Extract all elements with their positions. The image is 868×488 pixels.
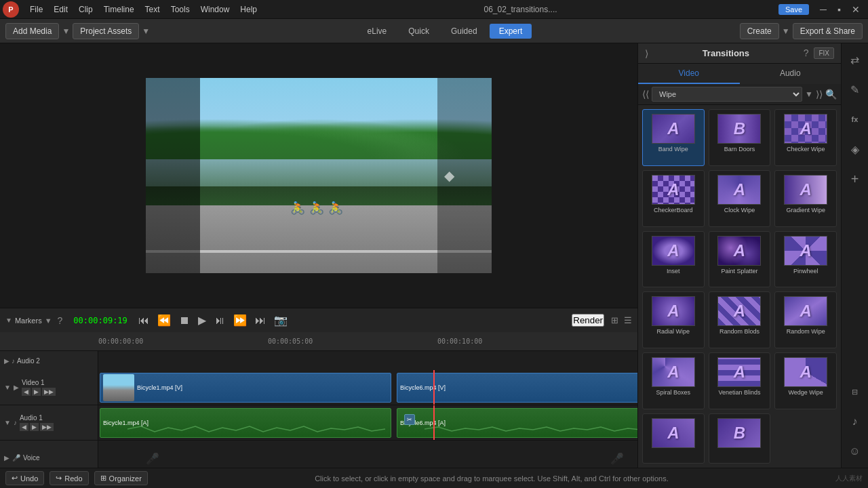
maximize-button[interactable]: ▪ (832, 3, 846, 16)
export-share-button[interactable]: Export & Share (793, 23, 863, 39)
transition-random-wipe[interactable]: A Random Wipe (774, 291, 837, 348)
preview-area: 🚴🚴🚴 ◆ (0, 43, 637, 308)
edit-side-icon[interactable]: ✎ (844, 79, 866, 100)
markers-arrow[interactable]: ▼ (45, 317, 52, 325)
filter-prev-icon[interactable]: ⟨⟨ (642, 89, 649, 100)
menu-help[interactable]: Help (235, 2, 262, 17)
expert-button[interactable]: Expert (490, 24, 532, 39)
left-overlay (146, 78, 200, 273)
video1-next-btn[interactable]: ▶▶ (42, 388, 56, 396)
goto-end-button[interactable]: ⏭ (252, 313, 269, 328)
video1-track-content[interactable]: Bicycle1.mp4 [V] Bicycle6.mp4 [V] (98, 370, 637, 405)
next-frame-button[interactable]: ⏩ (231, 312, 250, 328)
side-icons-panel: ⇄ ✎ fx ◈ + ⊟ ♪ ☺ (841, 43, 868, 468)
audio1-track-row: ▼ ♪ Audio 1 ◀ ▶ ▶▶ (0, 405, 637, 441)
audio1-clip1[interactable]: Bicycle1.mp4 [A] (100, 408, 391, 438)
audio1-play-btn[interactable]: ▶ (30, 423, 39, 431)
emoji-icon[interactable]: ☺ (844, 441, 866, 462)
transition-random-blods[interactable]: A Random Blods (709, 291, 771, 348)
transition-inset[interactable]: A Inset (642, 231, 705, 288)
guided-button[interactable]: Guided (441, 24, 487, 39)
split-marker: ✂ (404, 414, 415, 425)
screenshot-button[interactable]: 📷 (271, 312, 290, 328)
audio1-next-btn[interactable]: ▶▶ (40, 423, 54, 431)
arrows-side-icon[interactable]: ⇄ (844, 49, 866, 70)
render-options-icon[interactable]: ⊞ (611, 315, 618, 325)
add-side-icon[interactable]: + (844, 168, 866, 190)
menu-file[interactable]: File (24, 2, 48, 17)
search-transitions-icon[interactable]: 🔍 (825, 89, 837, 100)
music-note-icon[interactable]: ♪ (844, 411, 866, 432)
help-icon[interactable]: ? (58, 315, 63, 326)
tab-video[interactable]: Video (638, 64, 740, 84)
collapse-panel-icon[interactable]: ⟩ (645, 48, 648, 59)
close-button[interactable]: ✕ (846, 3, 865, 16)
prev-frame-button[interactable]: ⏪ (155, 312, 174, 328)
play-pause-button[interactable]: ⏯ (212, 313, 228, 328)
menu-edit[interactable]: Edit (48, 2, 73, 17)
transition-paint-splatter[interactable]: A Paint Splatter (709, 231, 771, 288)
transition-band-wipe[interactable]: A Band Wipe (642, 109, 705, 166)
video1-prev-btn[interactable]: ◀ (22, 388, 31, 396)
markers-label[interactable]: Markers (15, 317, 42, 325)
voice-expand-icon[interactable]: ▶ (4, 454, 9, 462)
menu-clip[interactable]: Clip (73, 2, 98, 17)
audio2-expand-icon[interactable]: ▶ (4, 357, 9, 365)
transition-gradient-wipe[interactable]: A Gradient Wipe (774, 170, 837, 227)
filter-dropdown-icon[interactable]: ▼ (805, 89, 813, 99)
transition-more2[interactable]: B (709, 413, 771, 464)
elive-button[interactable]: eLive (358, 24, 397, 39)
tab-audio[interactable]: Audio (740, 64, 842, 84)
transition-venetian-blinds[interactable]: A Venetian Blinds (709, 352, 771, 409)
video1-play-btn[interactable]: ▶ (32, 388, 41, 396)
voice-empty-left: 🎤 (146, 451, 159, 464)
organizer-button[interactable]: ⊞ Organizer (94, 471, 148, 485)
video1-clip1[interactable]: Bicycle1.mp4 [V] (100, 373, 391, 403)
menu-tools[interactable]: Tools (165, 2, 195, 17)
minimize-button[interactable]: ─ (814, 3, 832, 16)
audio2-track-content[interactable] (98, 351, 637, 370)
save-button[interactable]: Save (778, 4, 809, 15)
window-title: 06_02_transitions.... (262, 5, 778, 14)
filter-select[interactable]: Wipe (652, 87, 802, 102)
voice-track-content[interactable]: 🎤 🎤 (98, 441, 637, 468)
help-transitions-icon[interactable]: ? (804, 47, 809, 59)
quick-button[interactable]: Quick (399, 24, 439, 39)
render-button[interactable]: Render (572, 314, 604, 327)
left-panel: 🚴🚴🚴 ◆ ▼ Markers ▼ ? 00:00:09:19 ⏮ ⏪ ⏹ ▶ … (0, 43, 637, 468)
stop-button[interactable]: ⏹ (176, 313, 193, 328)
transition-indicator: ◆ (444, 167, 454, 184)
fix-button[interactable]: FIX (814, 47, 834, 59)
transition-checker-board[interactable]: A CheckerBoard (642, 170, 705, 227)
menu-text[interactable]: Text (140, 2, 165, 17)
timeline-settings-icon[interactable]: ☰ (624, 315, 632, 325)
menu-window[interactable]: Window (195, 2, 235, 17)
color-side-icon[interactable]: ◈ (844, 138, 866, 160)
video1-expand-icon[interactable]: ▼ (4, 384, 11, 391)
redo-button[interactable]: ↪ Redo (50, 471, 88, 485)
goto-start-button[interactable]: ⏮ (136, 313, 152, 328)
video1-clip1-label: Bicycle1.mp4 [V] (137, 384, 182, 391)
create-button[interactable]: Create (740, 23, 779, 39)
filter-next-icon[interactable]: ⟩⟩ (816, 89, 823, 100)
undo-button[interactable]: ↩ Undo (5, 471, 44, 485)
transition-spiral-boxes[interactable]: A Spiral Boxes (642, 352, 705, 409)
fx-side-icon[interactable]: fx (844, 108, 866, 130)
play-button[interactable]: ▶ (195, 312, 209, 328)
timeline-icon[interactable]: ⊟ (844, 381, 866, 403)
transition-more1[interactable]: A (642, 413, 705, 464)
expand-markers-icon[interactable]: ▼ (5, 317, 12, 324)
transition-wedge-wipe[interactable]: A Wedge Wipe (774, 352, 837, 409)
audio1-expand-icon[interactable]: ▼ (4, 419, 11, 426)
transition-clock-wipe[interactable]: A Clock Wipe (709, 170, 771, 227)
transition-radial-wipe[interactable]: A Radial Wipe (642, 291, 705, 348)
project-assets-button[interactable]: Project Assets (73, 23, 139, 39)
add-media-button[interactable]: Add Media (5, 23, 59, 39)
menu-timeline[interactable]: Timeline (98, 2, 140, 17)
transition-checker-wipe[interactable]: A Checker Wipe (774, 109, 837, 166)
audio1-name: Audio 1 (20, 414, 54, 422)
transition-pinwheel[interactable]: A Pinwheel (774, 231, 837, 288)
audio1-prev-btn[interactable]: ◀ (20, 423, 28, 431)
audio1-track-content[interactable]: Bicycle1.mp4 [A] Bicycle6.mp4 [A] (98, 405, 637, 440)
transition-barn-doors[interactable]: B Barn Doors (709, 109, 771, 166)
